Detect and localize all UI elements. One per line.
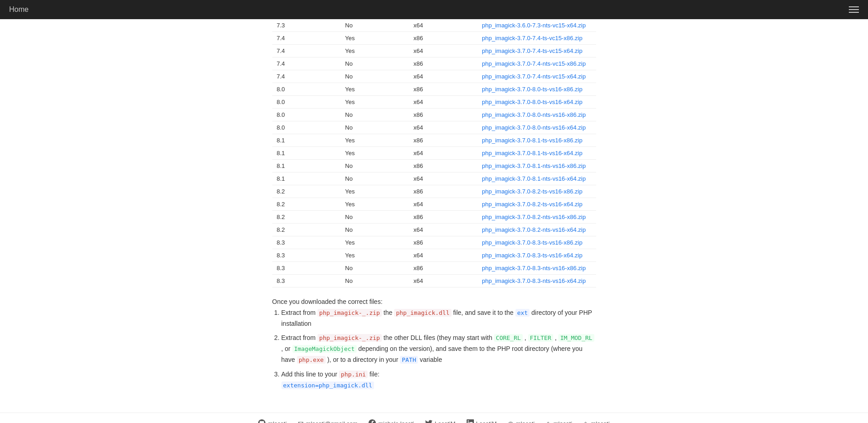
cell-ts: Yes [341,249,409,262]
cell-version: 8.1 [272,134,341,147]
cell-ts: No [341,70,409,83]
cell-file[interactable]: php_imagick-3.6.0-7.3-nts-vc15-x64.zip [478,19,596,32]
email-icon: ✉ [298,420,304,423]
cell-version: 7.3 [272,19,341,32]
cell-ts: No [341,19,409,32]
cell-file[interactable]: php_imagick-3.7.0-8.3-ts-vs16-x86.zip [478,236,596,249]
table-row: 7.4Nox64php_imagick-3.7.0-7.4-nts-vc15-x… [272,70,596,83]
cell-version: 8.2 [272,224,341,236]
other1-icon: ◉ [508,420,514,423]
code-filter: FILTER [528,334,553,342]
cell-version: 8.1 [272,160,341,172]
footer-link-facebook[interactable]: michele.locati [369,419,414,423]
download-link[interactable]: php_imagick-3.7.0-8.0-ts-vs16-x64.zip [482,99,582,105]
instruction-step-3: Add this line to your php.ini file: exte… [281,369,596,391]
table-row: 8.1Yesx86php_imagick-3.7.0-8.1-ts-vs16-x… [272,134,596,147]
cell-file[interactable]: php_imagick-3.7.0-8.0-nts-vs16-x64.zip [478,121,596,134]
cell-file[interactable]: php_imagick-3.7.0-8.3-nts-vs16-x64.zip [478,275,596,287]
download-link[interactable]: php_imagick-3.7.0-8.2-ts-vs16-x64.zip [482,201,582,208]
instruction-step-1: Extract from php_imagick-_.zip the php_i… [281,308,596,329]
cell-file[interactable]: php_imagick-3.7.0-7.4-ts-vc15-x86.zip [478,32,596,45]
cell-file[interactable]: php_imagick-3.7.0-8.2-ts-vs16-x86.zip [478,185,596,198]
cell-file[interactable]: php_imagick-3.7.0-8.0-ts-vs16-x86.zip [478,83,596,96]
download-link[interactable]: php_imagick-3.7.0-8.0-nts-vs16-x64.zip [482,124,586,131]
footer-link-email[interactable]: ✉ mlocati@gmail.com [298,420,358,423]
code-extension-line: extension=php_imagick.dll [281,381,374,389]
cell-file[interactable]: php_imagick-3.7.0-7.4-nts-vc15-x64.zip [478,70,596,83]
cell-ts: No [341,172,409,185]
download-link[interactable]: php_imagick-3.7.0-8.3-nts-vs16-x64.zip [482,277,586,284]
cell-arch: x86 [409,134,478,147]
table-row: 8.3Yesx64php_imagick-3.7.0-8.3-ts-vs16-x… [272,249,596,262]
cell-file[interactable]: php_imagick-3.7.0-7.4-nts-vc15-x86.zip [478,57,596,70]
table-row: 8.2Nox86php_imagick-3.7.0-8.2-nts-vs16-x… [272,211,596,224]
code-zip-2: php_imagick-_.zip [317,334,382,342]
linkedin-icon [467,419,474,423]
footer-link-other3[interactable]: ◇ mlocati [583,420,609,423]
cell-ts: No [341,224,409,236]
cell-ts: No [341,211,409,224]
cell-file[interactable]: php_imagick-3.7.0-8.3-nts-vs16-x86.zip [478,262,596,275]
footer-link-linkedin[interactable]: LocatiM [467,419,497,423]
cell-version: 8.3 [272,236,341,249]
download-link[interactable]: php_imagick-3.7.0-8.3-ts-vs16-x86.zip [482,239,582,246]
cell-file[interactable]: php_imagick-3.7.0-8.3-ts-vs16-x64.zip [478,249,596,262]
cell-version: 8.1 [272,147,341,160]
cell-arch: x64 [409,70,478,83]
cell-arch: x86 [409,185,478,198]
cell-file[interactable]: php_imagick-3.7.0-8.0-nts-vs16-x86.zip [478,109,596,121]
footer-link-other1[interactable]: ◉ mlocati [508,420,535,423]
cell-ts: No [341,57,409,70]
download-link[interactable]: php_imagick-3.7.0-8.1-ts-vs16-x64.zip [482,150,582,157]
cell-file[interactable]: php_imagick-3.7.0-8.1-ts-vs16-x86.zip [478,134,596,147]
cell-ts: No [341,121,409,134]
download-link[interactable]: php_imagick-3.7.0-8.2-ts-vs16-x86.zip [482,188,582,195]
cell-file[interactable]: php_imagick-3.7.0-8.1-nts-vs16-x64.zip [478,172,596,185]
download-link[interactable]: php_imagick-3.7.0-7.4-nts-vc15-x64.zip [482,73,586,80]
download-link[interactable]: php_imagick-3.7.0-8.3-nts-vs16-x86.zip [482,265,586,272]
cell-version: 8.0 [272,83,341,96]
cell-arch: x86 [409,211,478,224]
download-link[interactable]: php_imagick-3.7.0-8.3-ts-vs16-x64.zip [482,252,582,259]
instructions-intro: Once you downloaded the correct files: [272,297,596,308]
cell-ts: Yes [341,236,409,249]
cell-file[interactable]: php_imagick-3.7.0-7.4-ts-vc15-x64.zip [478,45,596,57]
facebook-icon [369,419,376,423]
cell-file[interactable]: php_imagick-3.7.0-8.0-ts-vs16-x64.zip [478,96,596,109]
download-link[interactable]: php_imagick-3.7.0-7.4-ts-vc15-x64.zip [482,47,582,54]
footer-label-email: mlocati@gmail.com [306,420,358,423]
other3-icon: ◇ [583,420,588,423]
code-dll: php_imagick.dll [394,309,451,317]
cell-file[interactable]: php_imagick-3.7.0-8.2-ts-vs16-x64.zip [478,198,596,211]
footer-link-other2[interactable]: ◈ mlocati [546,420,572,423]
download-link[interactable]: php_imagick-3.6.0-7.3-nts-vc15-x64.zip [482,22,586,29]
cell-file[interactable]: php_imagick-3.7.0-8.1-nts-vs16-x86.zip [478,160,596,172]
cell-file[interactable]: php_imagick-3.7.0-8.2-nts-vs16-x64.zip [478,224,596,236]
table-row: 8.2Yesx64php_imagick-3.7.0-8.2-ts-vs16-x… [272,198,596,211]
download-link[interactable]: php_imagick-3.7.0-8.1-nts-vs16-x86.zip [482,162,586,169]
hamburger-menu[interactable] [849,6,859,13]
footer-link-twitter[interactable]: LocatiM [425,419,456,423]
download-link[interactable]: php_imagick-3.7.0-8.2-nts-vs16-x64.zip [482,226,586,233]
download-link[interactable]: php_imagick-3.7.0-8.1-nts-vs16-x64.zip [482,175,586,182]
cell-version: 7.4 [272,45,341,57]
download-link[interactable]: php_imagick-3.7.0-8.0-nts-vs16-x86.zip [482,111,586,118]
twitter-icon [425,419,432,423]
download-link[interactable]: php_imagick-3.7.0-8.1-ts-vs16-x86.zip [482,137,582,144]
cell-ts: Yes [341,45,409,57]
download-link[interactable]: php_imagick-3.7.0-8.2-nts-vs16-x86.zip [482,214,586,220]
cell-version: 8.0 [272,96,341,109]
page-title: Home [9,5,29,14]
other2-icon: ◈ [546,420,551,423]
download-link[interactable]: php_imagick-3.7.0-7.4-nts-vc15-x86.zip [482,60,586,67]
footer-link-github[interactable]: mlocati [258,419,286,423]
download-link[interactable]: php_imagick-3.7.0-7.4-ts-vc15-x86.zip [482,35,582,42]
cell-version: 8.3 [272,275,341,287]
footer-label-linkedin: LocatiM [476,420,497,423]
download-link[interactable]: php_imagick-3.7.0-8.0-ts-vs16-x86.zip [482,86,582,93]
cell-ts: Yes [341,185,409,198]
cell-version: 8.3 [272,249,341,262]
cell-file[interactable]: php_imagick-3.7.0-8.2-nts-vs16-x86.zip [478,211,596,224]
code-phpexe: php.exe [297,356,326,364]
cell-file[interactable]: php_imagick-3.7.0-8.1-ts-vs16-x64.zip [478,147,596,160]
